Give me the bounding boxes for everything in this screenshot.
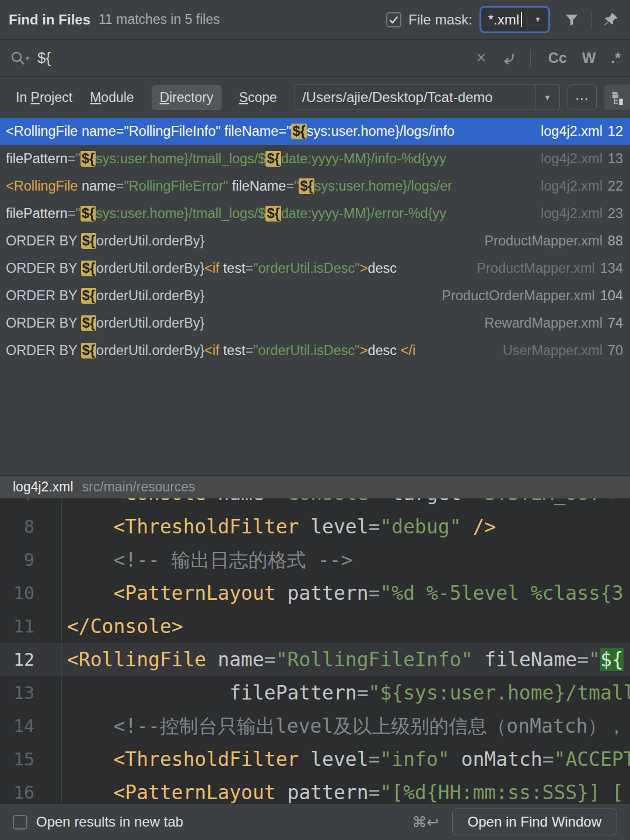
- code-segment: orderUtil.orderBy}: [96, 261, 204, 276]
- code-segment: <RollingFile: [6, 178, 78, 194]
- code-segment: ${: [291, 124, 306, 139]
- scope-option-project[interactable]: In Project: [16, 85, 72, 110]
- result-row[interactable]: ORDER BY ${orderUtil.orderBy}ProductOrde…: [0, 282, 630, 310]
- code-segment: <PatternLayout: [113, 582, 275, 604]
- code-segment: =: [68, 151, 76, 166]
- code-segment: "ACCEPT: [554, 748, 630, 771]
- code-segment: ": [76, 206, 80, 221]
- editor-line[interactable]: 8 <ThresholdFilter level="debug" />: [0, 510, 630, 543]
- result-file-label: log4j2.xml13: [536, 151, 623, 167]
- code-segment: ORDER BY: [6, 315, 81, 331]
- open-results-checkbox[interactable]: [13, 815, 27, 830]
- code-segment: "RollingFileInfo": [124, 124, 221, 139]
- code-segment: "%d %-5level %class{3: [380, 582, 623, 604]
- scope-bar: In ProjectModuleDirectoryScope /Users/aj…: [0, 77, 630, 118]
- match-summary: 11 matches in 5 files: [99, 12, 220, 27]
- code-segment: <RollingFile: [67, 648, 206, 671]
- search-input[interactable]: ${: [37, 49, 51, 67]
- result-row[interactable]: ORDER BY ${orderUtil.orderBy}<if test="o…: [0, 337, 630, 364]
- scope-option-scope[interactable]: Scope: [239, 85, 277, 110]
- browse-button[interactable]: ...: [568, 85, 597, 110]
- project-tree-button[interactable]: [604, 85, 630, 110]
- code-segment: ${: [265, 206, 281, 222]
- code-segment: ${: [81, 261, 96, 276]
- file-mask-value[interactable]: *.xml: [481, 8, 520, 31]
- result-row[interactable]: <RollingFile name="RollingFileInfo" file…: [0, 118, 630, 145]
- code-segment: <if: [205, 261, 219, 276]
- editor-line[interactable]: 10 <PatternLayout pattern="%d %-5level %…: [0, 577, 630, 610]
- directory-combo[interactable]: /Users/ajie/Desktop/Tcat-demo ▼: [295, 85, 560, 110]
- code-segment: [67, 549, 113, 571]
- code-segment: =: [369, 582, 380, 604]
- regex-toggle[interactable]: .*: [611, 50, 621, 66]
- result-row[interactable]: filePattern="${sys:user.home}/tmall_logs…: [0, 200, 630, 227]
- filter-icon[interactable]: [563, 11, 580, 29]
- open-results-label: Open results in new tab: [36, 814, 183, 830]
- result-text: ORDER BY ${orderUtil.orderBy}: [6, 233, 480, 249]
- code-segment: ": [76, 151, 80, 166]
- code-segment: =: [245, 261, 253, 276]
- separator: [530, 50, 531, 67]
- match-case-toggle[interactable]: Cc: [548, 50, 567, 66]
- preview-filepath: src/main/resources: [82, 479, 195, 495]
- newline-icon[interactable]: [500, 50, 517, 67]
- result-row[interactable]: ORDER BY ${orderUtil.orderBy}RewardMappe…: [0, 310, 630, 337]
- code-segment: [67, 715, 113, 737]
- code-segment: [67, 582, 113, 604]
- directory-dropdown-icon[interactable]: ▼: [535, 85, 559, 110]
- code-segment: fileName: [220, 124, 278, 139]
- code-segment: "Console": [276, 498, 380, 505]
- code-segment: ORDER BY: [6, 233, 81, 248]
- editor-line[interactable]: 15 <ThresholdFilter level="info" onMatch…: [0, 743, 630, 776]
- code-segment: [67, 681, 229, 704]
- clear-search-icon[interactable]: ×: [477, 50, 486, 66]
- result-row[interactable]: <RollingFile name="RollingFileError" fil…: [0, 173, 630, 200]
- editor-line[interactable]: 9 <!-- 输出日志的格式 -->: [0, 543, 630, 577]
- editor-preview[interactable]: 7 <Console name="Console" target="SYSTEM…: [0, 498, 630, 803]
- file-mask-combo[interactable]: *.xml ▼: [480, 6, 550, 33]
- pin-icon[interactable]: [602, 11, 620, 29]
- code-segment: <Console: [113, 498, 206, 505]
- code-segment: "debug": [380, 515, 461, 538]
- editor-line[interactable]: 7 <Console name="Console" target="SYSTEM…: [0, 498, 630, 510]
- checkmark-icon: [388, 14, 400, 26]
- editor-line[interactable]: 16 <PatternLayout pattern="[%d{HH:mm:ss:…: [0, 776, 630, 803]
- line-number: 13: [0, 676, 62, 709]
- open-in-find-window-button[interactable]: Open in Find Window: [452, 809, 617, 835]
- result-row[interactable]: filePattern="${sys:user.home}/tmall_logs…: [0, 145, 630, 173]
- code-segment: date:yyyy-MM}/error-%d{yy: [281, 206, 446, 221]
- code-segment: ${: [600, 648, 624, 671]
- file-mask-dropdown-icon[interactable]: ▼: [527, 8, 548, 31]
- editor-line[interactable]: 13 filePattern="${sys:user.home}/tmall: [0, 676, 630, 709]
- code-segment: sys:user.home}/tmall_logs/$: [96, 206, 265, 221]
- result-file-label: ProductOrderMapper.xml104: [437, 288, 623, 304]
- directory-path[interactable]: /Users/ajie/Desktop/Tcat-demo: [295, 85, 535, 110]
- result-text: filePattern="${sys:user.home}/tmall_logs…: [6, 206, 536, 222]
- code-segment: =: [264, 498, 276, 505]
- file-mask-checkbox[interactable]: [386, 12, 401, 27]
- editor-line[interactable]: 12<RollingFile name="RollingFileInfo" fi…: [0, 643, 630, 676]
- code-segment: ${: [80, 151, 96, 167]
- code-segment: <!--控制台只输出level及以上级别的信息（onMatch），: [113, 715, 626, 737]
- code-segment: orderUtil.orderBy}: [96, 343, 204, 358]
- code-segment: sys:user.home}/tmall_logs/$: [96, 151, 265, 166]
- search-icon[interactable]: [9, 50, 27, 67]
- code-segment: =: [264, 648, 276, 671]
- result-row[interactable]: ORDER BY ${orderUtil.orderBy}<if test="o…: [0, 255, 630, 282]
- scope-option-module[interactable]: Module: [90, 85, 134, 110]
- scope-option-directory[interactable]: Directory: [152, 85, 222, 110]
- code-segment: filePattern: [6, 206, 68, 221]
- code-segment: ${: [81, 315, 96, 331]
- code-segment: <!-- 输出日志的格式 -->: [113, 549, 352, 571]
- editor-line[interactable]: 14 <!--控制台只输出level及以上级别的信息（onMatch），: [0, 709, 630, 743]
- code-segment: =: [542, 748, 554, 771]
- search-dropdown-icon[interactable]: ▾: [26, 54, 29, 62]
- code-segment: [67, 515, 113, 538]
- whole-words-toggle[interactable]: W: [582, 50, 596, 66]
- code-segment: level: [299, 748, 368, 771]
- code-segment: =: [369, 748, 380, 771]
- result-row[interactable]: ORDER BY ${orderUtil.orderBy}ProductMapp…: [0, 227, 630, 255]
- code-segment: "SYSTEM_OUT": [473, 498, 611, 505]
- editor-line[interactable]: 11</Console>: [0, 610, 630, 643]
- code-line: <ThresholdFilter level="info" onMatch="A…: [62, 743, 630, 776]
